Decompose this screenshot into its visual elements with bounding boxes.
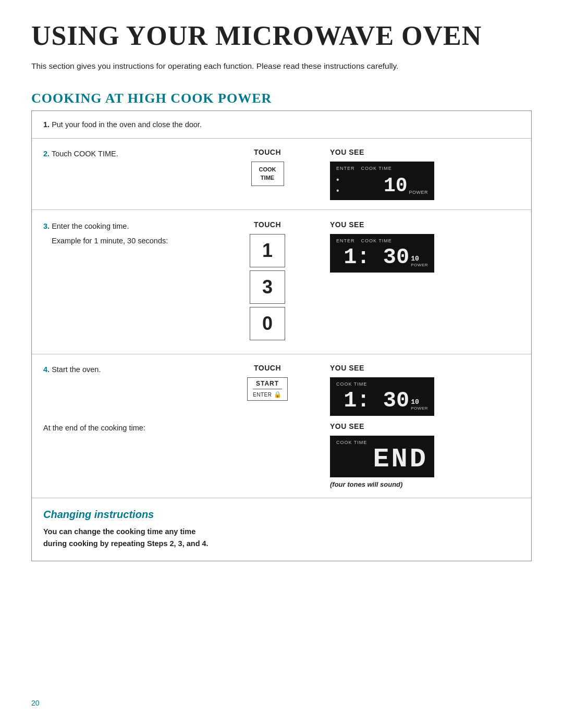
display-end-value: END xyxy=(373,446,428,473)
display-4-labels: COOK TIME xyxy=(336,381,428,387)
page-number: 20 xyxy=(31,699,40,707)
step-4-text: Start the oven. xyxy=(52,365,101,374)
step-1-text: Put your food in the oven and close the … xyxy=(52,120,202,129)
step-2-text: Touch COOK TIME. xyxy=(52,150,118,158)
step-4-desc: 4. Start the oven. xyxy=(43,364,210,376)
display-2-labels: ENTER COOK TIME xyxy=(336,166,428,171)
step-3-number: 3. xyxy=(43,222,50,230)
display-end: COOK TIME END xyxy=(330,436,434,477)
yousee-header-2: YOU SEE xyxy=(330,148,364,156)
display-3: ENTER COOK TIME 1: 30 10 POWER xyxy=(330,234,434,273)
step-4-number: 4. xyxy=(43,365,50,374)
step-3-touch: TOUCH 1 3 0 xyxy=(210,220,325,343)
display-3-labels: ENTER COOK TIME xyxy=(336,238,428,243)
step-1-number: 1. xyxy=(43,120,50,129)
step-4b-desc: At the end of the cooking time: xyxy=(43,422,210,434)
section-heading: Cooking at High Cook Power xyxy=(31,91,532,106)
display-4: COOK TIME 1: 30 10 POWER xyxy=(330,377,434,416)
display-4-value: 1: 30 xyxy=(344,390,409,412)
display-3-power: POWER xyxy=(411,263,428,267)
step-4b-text: At the end of the cooking time: xyxy=(43,424,145,432)
display-2-power: POWER xyxy=(409,190,428,195)
start-label: START xyxy=(253,380,282,389)
step-4-touch: TOUCH START ENTER 🔒 xyxy=(210,364,325,401)
display-3-small: 10 xyxy=(411,255,419,263)
intro-text: This section gives you instructions for … xyxy=(31,60,438,72)
step-4b-yousee: YOU SEE COOK TIME END (four tones will s… xyxy=(325,422,520,488)
step-2-row: 2. Touch COOK TIME. TOUCH COOK TIME YOU … xyxy=(32,139,531,210)
step-3-text: Enter the cooking time. xyxy=(52,222,129,230)
page-title: Using Your Microwave Oven xyxy=(31,21,532,51)
step-4-yousee: YOU SEE COOK TIME 1: 30 10 POWER xyxy=(325,364,520,416)
display-3-value: 1: 30 xyxy=(344,246,409,268)
step-1-row: 1. Put your food in the oven and close t… xyxy=(32,111,531,139)
num-button-0[interactable]: 0 xyxy=(250,307,285,340)
step-3-yousee: YOU SEE ENTER COOK TIME 1: 30 10 POWER xyxy=(325,220,520,273)
touch-header-4: TOUCH xyxy=(254,364,281,372)
enter-label: ENTER 🔒 xyxy=(253,391,282,398)
step-3-subtext: Example for 1 minute, 30 seconds: xyxy=(43,235,205,247)
display-2-value: 10 xyxy=(384,176,408,196)
four-tones-text: (four tones will sound) xyxy=(330,480,402,488)
touch-header-3: TOUCH xyxy=(254,220,281,229)
step-4-combined: 4. Start the oven. TOUCH START ENTER 🔒 Y… xyxy=(32,354,531,498)
step-3-desc: 3. Enter the cooking time. Example for 1… xyxy=(43,220,210,246)
start-button[interactable]: START ENTER 🔒 xyxy=(247,377,288,401)
step-3-row: 3. Enter the cooking time. Example for 1… xyxy=(32,210,531,354)
yousee-header-4: YOU SEE xyxy=(330,364,364,372)
instructions-box: 1. Put your food in the oven and close t… xyxy=(31,110,532,561)
display-2-dots: • • xyxy=(336,175,339,196)
display-2: ENTER COOK TIME • • 10 POWER xyxy=(330,162,434,200)
cook-time-button[interactable]: COOK TIME xyxy=(251,162,284,186)
changing-text: You can change the cooking time any time… xyxy=(43,526,520,549)
display-4-small: 10 xyxy=(411,398,419,406)
yousee-header-4b: YOU SEE xyxy=(330,422,364,430)
num-button-1[interactable]: 1 xyxy=(250,234,285,267)
step-2-touch: TOUCH COOK TIME xyxy=(210,148,325,186)
step-4-top: 4. Start the oven. TOUCH START ENTER 🔒 Y… xyxy=(32,354,531,416)
step-2-number: 2. xyxy=(43,150,50,158)
step-4b-row: At the end of the cooking time: YOU SEE … xyxy=(32,416,531,498)
touch-header-2: TOUCH xyxy=(254,148,281,156)
step-2-desc: 2. Touch COOK TIME. xyxy=(43,148,210,160)
lock-icon: 🔒 xyxy=(274,391,282,398)
num-button-3[interactable]: 3 xyxy=(250,270,285,304)
display-4-power: POWER xyxy=(411,406,428,411)
yousee-header-3: YOU SEE xyxy=(330,220,364,229)
changing-title: Changing instructions xyxy=(43,509,520,521)
step-2-yousee: YOU SEE ENTER COOK TIME • • 10 POWER xyxy=(325,148,520,200)
changing-section: Changing instructions You can change the… xyxy=(32,498,531,561)
